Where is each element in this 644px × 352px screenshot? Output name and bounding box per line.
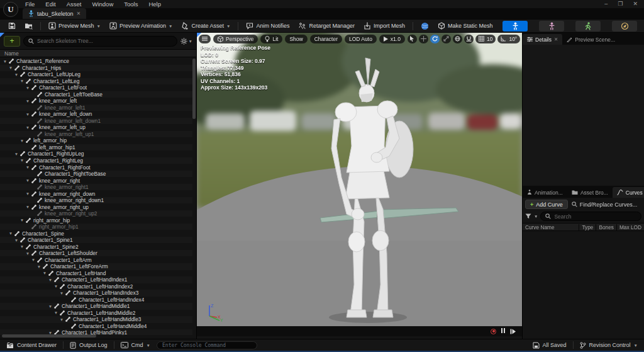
rotation-snap-button[interactable]: 10° bbox=[497, 35, 520, 43]
preview-sphere-button[interactable] bbox=[417, 20, 433, 31]
expander-icon[interactable]: ▼ bbox=[19, 244, 25, 249]
expander-icon[interactable]: ▼ bbox=[25, 251, 31, 256]
expander-icon[interactable]: ▼ bbox=[25, 125, 31, 130]
menu-file[interactable]: File bbox=[25, 1, 35, 8]
expander-icon[interactable]: ▼ bbox=[19, 218, 25, 222]
tree-row-Character1_RightLeg[interactable]: ▼Character1_RightLeg bbox=[0, 157, 192, 164]
tree-row-Character1_LeftUpLeg[interactable]: ▼Character1_LeftUpLeg bbox=[0, 71, 192, 78]
tree-row-knee_armor_right_up2[interactable]: knee_armor_right_up2 bbox=[0, 210, 192, 217]
tree-row-knee_armor_left_up[interactable]: ▼knee_armor_left_up bbox=[0, 124, 192, 131]
rotate-tool-button[interactable] bbox=[430, 35, 440, 43]
expander-icon[interactable]: ▼ bbox=[25, 165, 31, 169]
expander-icon[interactable]: ▼ bbox=[13, 152, 19, 156]
menu-tools[interactable]: Tools bbox=[124, 1, 138, 8]
physics-mode-button[interactable] bbox=[612, 21, 637, 31]
perspective-dropdown[interactable]: Perspective bbox=[213, 35, 258, 43]
surface-snap-button[interactable] bbox=[464, 35, 474, 43]
tree-row-Character1_LeftForeArm[interactable]: ▼Character1_LeftForeArm bbox=[0, 263, 192, 270]
column-max-lod[interactable]: Max LOD bbox=[616, 224, 644, 230]
expander-icon[interactable]: ▼ bbox=[25, 178, 31, 183]
preview-animation-button[interactable]: Preview Animation▼ bbox=[106, 20, 176, 31]
tree-row-Character1_LeftHandIndex2[interactable]: ▼Character1_LeftHandIndex2 bbox=[0, 283, 192, 290]
add-curve-button[interactable]: + Add Curve bbox=[525, 200, 568, 209]
tree-row-Character1_RightUpLeg[interactable]: ▼Character1_RightUpLeg bbox=[0, 150, 192, 157]
tree-row-knee_armor_right[interactable]: ▼knee_armor_right bbox=[0, 177, 192, 184]
expander-icon[interactable]: ▼ bbox=[25, 99, 31, 103]
revision-control-button[interactable]: Revision Control ▼ bbox=[574, 339, 644, 351]
tree-row-left_armor_hip[interactable]: ▼left_armor_hip bbox=[0, 137, 192, 144]
console-command-input[interactable] bbox=[157, 341, 257, 349]
expander-icon[interactable]: ▼ bbox=[2, 59, 8, 64]
menu-help[interactable]: Help bbox=[148, 1, 161, 8]
expander-icon[interactable]: ▼ bbox=[47, 278, 53, 282]
tab-close-icon[interactable]: ✕ bbox=[77, 11, 81, 16]
tree-row-Character1_Spine[interactable]: ▼Character1_Spine bbox=[0, 230, 192, 237]
restore-icon[interactable]: ❐ bbox=[618, 1, 623, 7]
expander-icon[interactable]: ▼ bbox=[25, 205, 31, 209]
tree-settings-button[interactable]: ▼ bbox=[180, 38, 192, 45]
close-icon[interactable]: ✕ bbox=[633, 1, 638, 7]
column-type[interactable]: Type bbox=[579, 224, 596, 230]
tree-row-Character1_Spine1[interactable]: ▼Character1_Spine1 bbox=[0, 237, 192, 244]
tree-row-Character1_Spine2[interactable]: ▼Character1_Spine2 bbox=[0, 243, 192, 250]
lit-dropdown[interactable]: Lit bbox=[260, 35, 282, 43]
record-button[interactable] bbox=[491, 329, 496, 334]
tree-row-knee_armor_left_down1[interactable]: knee_armor_left_down1 bbox=[0, 118, 192, 125]
skeleton-mode-button[interactable] bbox=[502, 21, 528, 31]
expander-icon[interactable]: ▼ bbox=[19, 79, 25, 83]
tree-row-Character1_RightFoot[interactable]: ▼Character1_RightFoot bbox=[0, 164, 192, 171]
import-mesh-button[interactable]: Import Mesh bbox=[360, 20, 409, 31]
expander-icon[interactable]: ▼ bbox=[13, 72, 19, 77]
tree-row-knee_armor_left1[interactable]: knee_armor_left1 bbox=[0, 105, 192, 111]
character-dropdown[interactable]: Character bbox=[310, 35, 342, 43]
tab-tabu-skeleton[interactable]: tabu_Skeleton ✕ bbox=[23, 8, 86, 19]
minimize-icon[interactable]: – bbox=[604, 1, 608, 7]
menu-asset[interactable]: Asset bbox=[67, 1, 82, 8]
tree-row-Character1_LeftArm[interactable]: ▼Character1_LeftArm bbox=[0, 256, 192, 263]
tree-row-knee_armor_left_up1[interactable]: knee_armor_left_up1 bbox=[0, 131, 192, 138]
column-bones[interactable]: Bones bbox=[596, 224, 616, 230]
grid-snap-button[interactable]: 10 bbox=[475, 35, 496, 43]
lod-dropdown[interactable]: LOD Auto bbox=[345, 35, 377, 43]
expander-icon[interactable]: ▼ bbox=[8, 231, 14, 236]
expander-icon[interactable]: ▼ bbox=[8, 65, 14, 70]
create-asset-button[interactable]: Create Asset▼ bbox=[177, 20, 234, 31]
content-drawer-button[interactable]: Content Drawer bbox=[0, 339, 63, 351]
expander-icon[interactable]: ▼ bbox=[25, 112, 31, 116]
output-log-button[interactable]: Output Log bbox=[64, 339, 114, 351]
tree-row-Character1_Reference[interactable]: ▼Character1_Reference bbox=[0, 58, 192, 65]
tree-row-right_armor_hip[interactable]: ▼right_armor_hip bbox=[0, 217, 192, 224]
move-tool-button[interactable] bbox=[419, 35, 428, 43]
tree-row-knee_armor_right_down[interactable]: ▼knee_armor_right_down bbox=[0, 190, 192, 197]
expander-icon[interactable]: ▼ bbox=[58, 317, 65, 322]
tree-row-Character1_LeftLeg[interactable]: ▼Character1_LeftLeg bbox=[0, 78, 192, 85]
expander-icon[interactable]: ▼ bbox=[19, 158, 25, 162]
tree-column-name[interactable]: Name bbox=[0, 49, 196, 57]
playback-speed-button[interactable]: x1.0 bbox=[379, 35, 405, 43]
all-saved-indicator[interactable]: All Saved bbox=[526, 339, 573, 351]
tab-animation[interactable]: Animation... bbox=[523, 187, 567, 198]
tree-row-knee_armor_right_down1[interactable]: knee_armor_right_down1 bbox=[0, 197, 192, 204]
anim-notifies-button[interactable]: Anim Notifies bbox=[242, 20, 293, 31]
column-curve-name[interactable]: Curve Name bbox=[523, 224, 579, 230]
expander-icon[interactable]: ▼ bbox=[25, 191, 31, 196]
select-tool-button[interactable] bbox=[408, 35, 417, 43]
tree-row-Character1_Hips[interactable]: ▼Character1_Hips bbox=[0, 65, 192, 72]
find-replace-curves-button[interactable]: Find/Replace Curves... bbox=[572, 202, 638, 208]
tree-row-Character1_RightToeBase[interactable]: Character1_RightToeBase bbox=[0, 171, 192, 178]
tree-row-knee_armor_left_down[interactable]: ▼knee_armor_left_down bbox=[0, 111, 192, 118]
tree-row-Character1_LeftHandIndex1[interactable]: ▼Character1_LeftHandIndex1 bbox=[0, 276, 192, 283]
menu-edit[interactable]: Edit bbox=[45, 1, 55, 8]
expander-icon[interactable]: ▼ bbox=[53, 284, 59, 288]
tree-row-knee_armor_right1[interactable]: knee_armor_right1 bbox=[0, 184, 192, 191]
tree-horizontal-scrollbar[interactable] bbox=[2, 334, 96, 338]
tab-preview-scene[interactable]: Preview Scene... bbox=[562, 34, 619, 45]
tree-row-knee_armor_left[interactable]: ▼knee_armor_left bbox=[0, 98, 192, 105]
scale-tool-button[interactable] bbox=[441, 35, 451, 43]
chevron-down-icon[interactable]: ▼ bbox=[534, 214, 538, 219]
curves-search-input[interactable] bbox=[554, 213, 636, 220]
expander-icon[interactable]: ▼ bbox=[42, 271, 48, 275]
browse-to-asset-button[interactable] bbox=[21, 20, 36, 31]
skeleton-tree-search[interactable] bbox=[23, 36, 177, 47]
tree-row-Character1_LeftHandIndex3[interactable]: ▼Character1_LeftHandIndex3 bbox=[0, 290, 192, 297]
